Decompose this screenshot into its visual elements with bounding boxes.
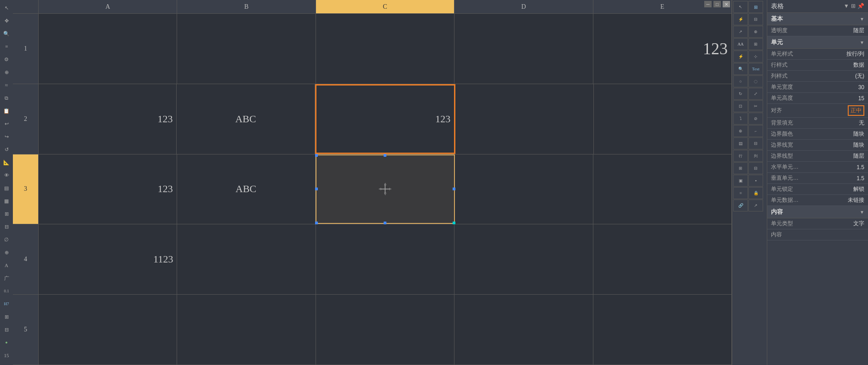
tool-merge-icon[interactable]: ⊞	[733, 162, 748, 174]
tool-lock-icon[interactable]: 🔒	[748, 187, 763, 199]
tool-lightning-icon[interactable]: ⚡	[733, 13, 748, 25]
h-margin-value[interactable]: 1.5	[857, 164, 864, 171]
v-margin-value[interactable]: 1.5	[857, 175, 864, 182]
regen-tool-icon[interactable]: ↺	[0, 143, 12, 155]
section-basic[interactable]: 基本 ▼	[767, 13, 868, 25]
row-style-value[interactable]: 数据	[853, 61, 864, 69]
tool-chamfer-icon[interactable]: ⌐	[748, 125, 763, 137]
tool18[interactable]: ⊟	[0, 221, 12, 233]
cell-2c[interactable]: 123	[315, 84, 455, 154]
border-type-value[interactable]: 随层	[853, 152, 864, 160]
tool-text-icon[interactable]: Text	[748, 63, 763, 75]
cell-height-value[interactable]: 15	[858, 95, 864, 102]
cell-4e[interactable]	[593, 224, 732, 294]
cell-3c[interactable]: ◁ ▷ △ ▽	[316, 154, 455, 224]
tool-link-icon[interactable]: 🔗	[733, 200, 748, 211]
tool-col-icon[interactable]: 列	[748, 150, 763, 162]
tool-arrow-icon[interactable]: ↗	[733, 26, 748, 38]
grip-top-mid[interactable]	[384, 154, 386, 157]
border-color-value[interactable]: 随块	[853, 130, 864, 138]
cell-3a[interactable]: 123	[39, 154, 177, 224]
tool-flash-icon[interactable]: ⚡	[733, 51, 748, 63]
cell-3b[interactable]: ABC	[177, 154, 316, 224]
row-header-1[interactable]: 1	[13, 14, 39, 84]
zoom-tool-icon[interactable]: 🔍	[0, 28, 12, 40]
cell-5c[interactable]	[316, 295, 454, 365]
tool-mirror-icon[interactable]: ⤢	[748, 88, 763, 100]
tool-arc-icon[interactable]: ◌	[748, 75, 763, 87]
tool-trim-icon[interactable]: ✂	[748, 100, 763, 112]
cell-3e[interactable]	[593, 154, 732, 224]
col-header-b[interactable]: B	[177, 0, 316, 13]
cell-2d[interactable]	[455, 84, 593, 154]
tool-dim-icon[interactable]: ⊟	[748, 137, 763, 149]
minimize-button[interactable]: ─	[704, 1, 712, 7]
align-value[interactable]: 正中	[848, 105, 864, 116]
tool-rotate-icon[interactable]: ↻	[733, 88, 748, 100]
col-header-c[interactable]: C	[316, 0, 454, 13]
paste-tool-icon[interactable]: 📋	[0, 105, 12, 117]
tool-fill-icon[interactable]: ▪	[748, 175, 763, 187]
tool-export-icon[interactable]: ↗	[748, 200, 763, 211]
tool-hatch-icon[interactable]: ▤	[733, 137, 748, 149]
measure-tool-icon[interactable]: 📐	[0, 156, 12, 168]
cell-2a[interactable]: 123	[39, 84, 177, 154]
cell-1e[interactable]: 123	[593, 14, 732, 84]
panel-dropdown-icon[interactable]: ▼	[844, 3, 849, 10]
tool24[interactable]: H7	[0, 298, 12, 310]
cell-style-value[interactable]: 按行/列	[846, 50, 864, 58]
cell-2b[interactable]: ABC	[177, 84, 315, 154]
tool-select-icon[interactable]: ↖	[733, 1, 748, 13]
tool16[interactable]: ▦	[0, 195, 12, 207]
col-style-value[interactable]: (无)	[855, 72, 864, 80]
tool21[interactable]: A	[0, 259, 12, 271]
tool-grid2-icon[interactable]: ⊞	[748, 38, 763, 50]
close-button[interactable]: ✕	[723, 1, 730, 7]
transparency-value[interactable]: 随层	[853, 27, 864, 34]
tool-extend-icon[interactable]: ⤵	[733, 113, 748, 125]
tool-settings-icon[interactable]: ⊕	[748, 26, 763, 38]
section-content[interactable]: 内容 ▼	[767, 206, 868, 218]
tool-scale-icon[interactable]: ⊡	[733, 100, 748, 112]
cell-type-value[interactable]: 文字	[853, 220, 864, 228]
section-cell[interactable]: 单元 ▼	[767, 36, 868, 49]
layer-tool-icon[interactable]: ≡	[0, 40, 12, 52]
cell-5d[interactable]	[454, 295, 593, 365]
tool17[interactable]: ⊞	[0, 208, 12, 220]
pan-tool-icon[interactable]: ✥	[0, 15, 12, 27]
tool-zoom2-icon[interactable]: 🔍	[733, 63, 748, 75]
tool-join-icon[interactable]: ⊕	[733, 125, 748, 137]
match-tool-icon[interactable]: ≈	[0, 79, 12, 91]
tool25[interactable]: ⊞	[0, 311, 12, 323]
col-header-a[interactable]: A	[39, 0, 177, 13]
panel-pin-icon[interactable]: 📌	[857, 3, 864, 10]
grip-top-left[interactable]	[315, 154, 318, 157]
cell-width-value[interactable]: 30	[858, 84, 864, 91]
tool20[interactable]: ⊕	[0, 246, 12, 258]
tool28[interactable]: 15	[0, 349, 12, 361]
cell-3d[interactable]	[455, 154, 593, 224]
col-header-d[interactable]: D	[454, 0, 593, 13]
cell-data-value[interactable]: 未链接	[848, 196, 864, 204]
prop-tool-icon[interactable]: ⚙	[0, 53, 12, 65]
cell-5e[interactable]	[593, 295, 732, 365]
cell-4a[interactable]: 1123	[39, 224, 177, 294]
snap-tool-icon[interactable]: ⊕	[0, 66, 12, 78]
maximize-button[interactable]: □	[713, 1, 721, 7]
cell-4b[interactable]	[177, 224, 316, 294]
row-header-5[interactable]: 5	[13, 295, 39, 365]
redo-tool-icon[interactable]: ↪	[0, 131, 12, 143]
grip-mid-left[interactable]	[315, 188, 318, 190]
view-tool-icon[interactable]: 👁	[0, 169, 12, 181]
cell-4d[interactable]	[454, 224, 593, 294]
tool-connect-icon[interactable]: ⊹	[748, 51, 763, 63]
bg-fill-value[interactable]: 无	[859, 119, 864, 127]
tool26[interactable]: ⊟	[0, 324, 12, 336]
panel-expand-icon[interactable]: ⊞	[851, 3, 856, 10]
tool-circle-icon[interactable]: ○	[733, 75, 748, 87]
tool-split-icon[interactable]: ⊟	[748, 162, 763, 174]
tool23[interactable]: 0.1	[0, 285, 12, 297]
cell-1c[interactable]	[316, 14, 454, 84]
tool-border-icon[interactable]: ▣	[733, 175, 748, 187]
border-width-value[interactable]: 随块	[853, 141, 864, 149]
